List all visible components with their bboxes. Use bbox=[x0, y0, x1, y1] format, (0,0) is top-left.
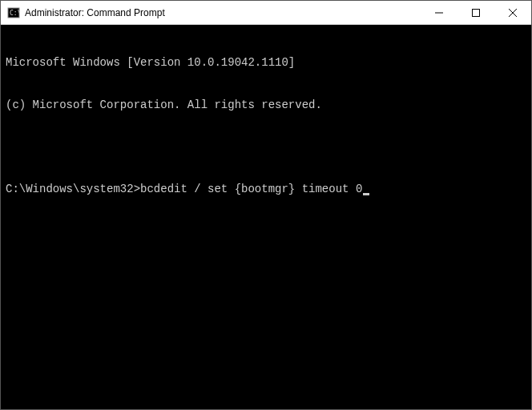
maximize-button[interactable] bbox=[457, 1, 494, 24]
cmd-icon: C:\ bbox=[7, 6, 20, 19]
prompt-path: C:\Windows\system32> bbox=[6, 183, 140, 195]
prompt-line: C:\Windows\system32>bcdedit / set {bootm… bbox=[6, 183, 526, 197]
window-controls bbox=[421, 1, 531, 24]
copyright-line: (c) Microsoft Corporation. All rights re… bbox=[6, 98, 526, 113]
blank-line bbox=[6, 140, 526, 155]
version-line: Microsoft Windows [Version 10.0.19042.11… bbox=[6, 56, 526, 70]
terminal-area[interactable]: Microsoft Windows [Version 10.0.19042.11… bbox=[1, 25, 531, 409]
svg-rect-3 bbox=[473, 9, 480, 16]
typed-command: bcdedit / set {bootmgr} timeout 0 bbox=[140, 183, 362, 195]
svg-text:C:\: C:\ bbox=[10, 10, 20, 17]
minimize-button[interactable] bbox=[421, 1, 457, 24]
command-prompt-window: C:\ Administrator: Command Prompt Micros… bbox=[0, 0, 532, 410]
titlebar[interactable]: C:\ Administrator: Command Prompt bbox=[1, 1, 531, 25]
close-button[interactable] bbox=[494, 1, 531, 24]
window-title: Administrator: Command Prompt bbox=[25, 7, 421, 18]
cursor bbox=[363, 193, 369, 195]
